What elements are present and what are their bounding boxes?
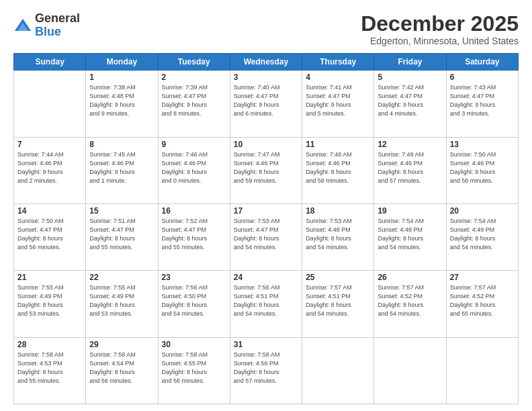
day-number: 4 xyxy=(306,73,370,82)
table-row: 5Sunrise: 7:42 AM Sunset: 4:47 PM Daylig… xyxy=(374,71,446,137)
day-number: 27 xyxy=(450,273,515,282)
day-info: Sunrise: 7:46 AM Sunset: 4:46 PM Dayligh… xyxy=(162,150,226,185)
day-number: 10 xyxy=(234,140,298,149)
day-number: 30 xyxy=(162,340,226,349)
table-row: 18Sunrise: 7:53 AM Sunset: 4:48 PM Dayli… xyxy=(302,203,374,270)
table-row: 24Sunrise: 7:56 AM Sunset: 4:51 PM Dayli… xyxy=(230,271,302,337)
day-info: Sunrise: 7:56 AM Sunset: 4:51 PM Dayligh… xyxy=(234,283,298,318)
table-row: 27Sunrise: 7:57 AM Sunset: 4:52 PM Dayli… xyxy=(446,271,518,337)
day-number: 16 xyxy=(162,206,226,216)
table-row: 29Sunrise: 7:58 AM Sunset: 4:54 PM Dayli… xyxy=(86,337,158,404)
logo: General Blue xyxy=(13,12,80,39)
day-number: 31 xyxy=(234,340,298,349)
day-number: 1 xyxy=(89,73,154,82)
day-number: 9 xyxy=(162,140,226,149)
table-row: 12Sunrise: 7:49 AM Sunset: 4:46 PM Dayli… xyxy=(374,137,446,203)
day-info: Sunrise: 7:58 AM Sunset: 4:54 PM Dayligh… xyxy=(89,351,154,385)
month-title: December 2025 xyxy=(361,12,519,36)
day-info: Sunrise: 7:38 AM Sunset: 4:48 PM Dayligh… xyxy=(89,83,154,118)
table-row: 4Sunrise: 7:41 AM Sunset: 4:47 PM Daylig… xyxy=(302,71,374,137)
day-info: Sunrise: 7:40 AM Sunset: 4:47 PM Dayligh… xyxy=(234,83,298,118)
day-number: 20 xyxy=(450,206,515,216)
logo-icon xyxy=(13,16,32,35)
calendar-week-row: 14Sunrise: 7:50 AM Sunset: 4:47 PM Dayli… xyxy=(14,203,519,270)
calendar-header-row: Sunday Monday Tuesday Wednesday Thursday… xyxy=(14,54,519,71)
table-row: 7Sunrise: 7:44 AM Sunset: 4:46 PM Daylig… xyxy=(14,137,86,203)
table-row: 17Sunrise: 7:53 AM Sunset: 4:47 PM Dayli… xyxy=(230,203,302,270)
location: Edgerton, Minnesota, United States xyxy=(361,36,519,46)
table-row: 30Sunrise: 7:58 AM Sunset: 4:55 PM Dayli… xyxy=(158,337,230,404)
table-row: 14Sunrise: 7:50 AM Sunset: 4:47 PM Dayli… xyxy=(14,203,86,270)
table-row xyxy=(446,337,518,404)
table-row xyxy=(374,337,446,404)
day-info: Sunrise: 7:56 AM Sunset: 4:50 PM Dayligh… xyxy=(162,283,226,318)
table-row: 25Sunrise: 7:57 AM Sunset: 4:51 PM Dayli… xyxy=(302,271,374,337)
day-number: 23 xyxy=(162,273,226,282)
table-row: 16Sunrise: 7:52 AM Sunset: 4:47 PM Dayli… xyxy=(158,203,230,270)
day-number: 15 xyxy=(89,206,154,216)
day-info: Sunrise: 7:50 AM Sunset: 4:47 PM Dayligh… xyxy=(17,217,82,252)
day-info: Sunrise: 7:55 AM Sunset: 4:49 PM Dayligh… xyxy=(89,283,154,318)
logo-text: General Blue xyxy=(35,12,80,39)
calendar-week-row: 28Sunrise: 7:58 AM Sunset: 4:53 PM Dayli… xyxy=(14,337,519,404)
table-row: 28Sunrise: 7:58 AM Sunset: 4:53 PM Dayli… xyxy=(14,337,86,404)
day-info: Sunrise: 7:45 AM Sunset: 4:46 PM Dayligh… xyxy=(89,150,154,185)
day-number: 17 xyxy=(234,206,298,216)
day-info: Sunrise: 7:50 AM Sunset: 4:46 PM Dayligh… xyxy=(450,150,515,185)
logo-general: General xyxy=(35,11,80,25)
day-number: 22 xyxy=(89,273,154,282)
table-row xyxy=(14,71,86,137)
table-row: 13Sunrise: 7:50 AM Sunset: 4:46 PM Dayli… xyxy=(446,137,518,203)
calendar-week-row: 7Sunrise: 7:44 AM Sunset: 4:46 PM Daylig… xyxy=(14,137,519,203)
day-info: Sunrise: 7:43 AM Sunset: 4:47 PM Dayligh… xyxy=(450,83,515,118)
day-info: Sunrise: 7:42 AM Sunset: 4:47 PM Dayligh… xyxy=(378,83,442,118)
table-row: 3Sunrise: 7:40 AM Sunset: 4:47 PM Daylig… xyxy=(230,71,302,137)
title-block: December 2025 Edgerton, Minnesota, Unite… xyxy=(361,12,519,46)
table-row: 21Sunrise: 7:55 AM Sunset: 4:49 PM Dayli… xyxy=(14,271,86,337)
day-number: 26 xyxy=(378,273,442,282)
day-info: Sunrise: 7:58 AM Sunset: 4:55 PM Dayligh… xyxy=(162,351,226,385)
table-row: 11Sunrise: 7:48 AM Sunset: 4:46 PM Dayli… xyxy=(302,137,374,203)
col-saturday: Saturday xyxy=(446,54,518,71)
table-row: 9Sunrise: 7:46 AM Sunset: 4:46 PM Daylig… xyxy=(158,137,230,203)
table-row: 23Sunrise: 7:56 AM Sunset: 4:50 PM Dayli… xyxy=(158,271,230,337)
day-info: Sunrise: 7:53 AM Sunset: 4:47 PM Dayligh… xyxy=(234,217,298,252)
table-row: 31Sunrise: 7:58 AM Sunset: 4:56 PM Dayli… xyxy=(230,337,302,404)
day-info: Sunrise: 7:44 AM Sunset: 4:46 PM Dayligh… xyxy=(17,150,82,185)
day-info: Sunrise: 7:57 AM Sunset: 4:52 PM Dayligh… xyxy=(450,283,515,318)
table-row: 20Sunrise: 7:54 AM Sunset: 4:49 PM Dayli… xyxy=(446,203,518,270)
day-info: Sunrise: 7:53 AM Sunset: 4:48 PM Dayligh… xyxy=(306,217,370,252)
col-monday: Monday xyxy=(86,54,158,71)
day-info: Sunrise: 7:57 AM Sunset: 4:52 PM Dayligh… xyxy=(378,283,442,318)
day-number: 13 xyxy=(450,140,515,149)
day-number: 19 xyxy=(378,206,442,216)
table-row: 26Sunrise: 7:57 AM Sunset: 4:52 PM Dayli… xyxy=(374,271,446,337)
day-number: 24 xyxy=(234,273,298,282)
day-info: Sunrise: 7:49 AM Sunset: 4:46 PM Dayligh… xyxy=(378,150,442,185)
col-thursday: Thursday xyxy=(302,54,374,71)
day-number: 14 xyxy=(17,206,82,216)
day-number: 3 xyxy=(234,73,298,82)
day-info: Sunrise: 7:57 AM Sunset: 4:51 PM Dayligh… xyxy=(306,283,370,318)
logo-blue: Blue xyxy=(35,25,61,38)
table-row xyxy=(302,337,374,404)
header: General Blue December 2025 Edgerton, Min… xyxy=(13,12,519,46)
page: General Blue December 2025 Edgerton, Min… xyxy=(0,0,532,411)
day-number: 21 xyxy=(17,273,82,282)
table-row: 10Sunrise: 7:47 AM Sunset: 4:46 PM Dayli… xyxy=(230,137,302,203)
day-info: Sunrise: 7:39 AM Sunset: 4:47 PM Dayligh… xyxy=(162,83,226,118)
table-row: 2Sunrise: 7:39 AM Sunset: 4:47 PM Daylig… xyxy=(158,71,230,137)
day-info: Sunrise: 7:51 AM Sunset: 4:47 PM Dayligh… xyxy=(89,217,154,252)
day-info: Sunrise: 7:58 AM Sunset: 4:53 PM Dayligh… xyxy=(17,351,82,385)
day-number: 6 xyxy=(450,73,515,82)
day-number: 5 xyxy=(378,73,442,82)
table-row: 8Sunrise: 7:45 AM Sunset: 4:46 PM Daylig… xyxy=(86,137,158,203)
col-wednesday: Wednesday xyxy=(230,54,302,71)
calendar-table: Sunday Monday Tuesday Wednesday Thursday… xyxy=(13,53,519,404)
calendar-week-row: 21Sunrise: 7:55 AM Sunset: 4:49 PM Dayli… xyxy=(14,271,519,337)
day-info: Sunrise: 7:55 AM Sunset: 4:49 PM Dayligh… xyxy=(17,283,82,318)
day-number: 8 xyxy=(89,140,154,149)
day-number: 29 xyxy=(89,340,154,349)
calendar-week-row: 1Sunrise: 7:38 AM Sunset: 4:48 PM Daylig… xyxy=(14,71,519,137)
day-number: 7 xyxy=(17,140,82,149)
